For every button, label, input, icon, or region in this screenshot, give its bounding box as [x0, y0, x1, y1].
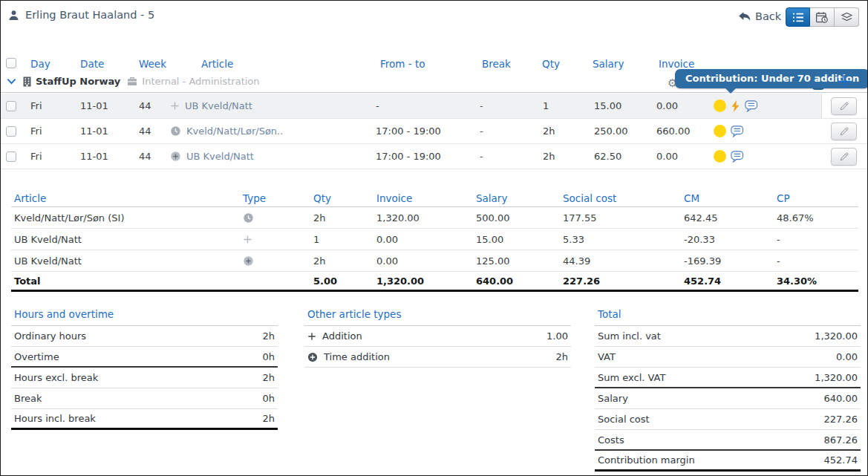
- panel-title: Hours and overtime: [11, 305, 278, 326]
- cell-qty: 2h: [313, 255, 376, 267]
- other-article-types-panel: Other article types Addition 1.00 Time a…: [304, 305, 571, 368]
- row-label: Contribution margin: [598, 454, 695, 466]
- cell-qty: 2h: [543, 119, 594, 143]
- circle-plus-icon: [170, 151, 181, 162]
- cell-from-to: 17:00 - 19:00: [376, 144, 480, 169]
- row-label: Hours incl. break: [14, 413, 96, 424]
- panel-row: Salary 640.00: [595, 388, 861, 409]
- row-label: Salary: [598, 393, 628, 404]
- summary-header-row: Article Type Qty Invoice Salary Social c…: [11, 189, 858, 207]
- col-header-invoice[interactable]: Invoice: [659, 58, 867, 70]
- col-header-article[interactable]: Article: [201, 58, 380, 70]
- panel-row: Costs 867.26: [595, 430, 861, 451]
- panel-row: Addition 1.00: [304, 326, 571, 347]
- cell-article: Kveld/Natt/Lør/Søn (SI): [11, 212, 243, 224]
- col-header-qty[interactable]: Qty: [313, 192, 376, 204]
- edit-button[interactable]: [831, 97, 857, 115]
- panel-row: Ordinary hours 2h: [11, 326, 278, 347]
- col-header-social-cost[interactable]: Social cost: [563, 192, 684, 204]
- cell-day: Fri: [30, 119, 80, 143]
- cell-cp: -: [777, 255, 858, 267]
- calendar-view-button[interactable]: [810, 7, 835, 27]
- col-header-salary[interactable]: Salary: [593, 58, 659, 70]
- row-label: Social cost: [598, 414, 650, 425]
- panel-row: Time addition 2h: [304, 347, 571, 368]
- cell-break: -: [480, 94, 543, 118]
- col-header-from-to[interactable]: From - to: [380, 58, 482, 70]
- col-header-salary[interactable]: Salary: [476, 192, 563, 204]
- row-value: 452.74: [824, 454, 858, 466]
- user-name: Erling Braut Haaland - 5: [25, 9, 154, 21]
- panel-row: Sum excl. VAT 1,320.00: [595, 368, 861, 388]
- comment-icon[interactable]: [731, 125, 744, 137]
- col-header-type[interactable]: Type: [243, 192, 313, 204]
- comment-icon[interactable]: [745, 100, 758, 112]
- row-value: 2h: [555, 351, 568, 362]
- col-header-day[interactable]: Day: [30, 58, 80, 70]
- list-view-button[interactable]: [786, 7, 810, 27]
- building-icon: [23, 76, 31, 87]
- cell-invoice: 1,320.00: [376, 212, 476, 224]
- row-label: Overtime: [14, 351, 59, 362]
- comment-icon[interactable]: [731, 151, 744, 163]
- summary-row: UB Kveld/Natt 1 0.00 15.00 5.33 -20.33 -: [11, 229, 858, 250]
- table-row[interactable]: Fri 11-01 44 UB Kveld/Natt 17:00 - 19:00…: [1, 144, 867, 169]
- cell-article: UB Kveld/Natt: [11, 234, 243, 245]
- col-header-date[interactable]: Date: [80, 58, 139, 70]
- row-checkbox[interactable]: [6, 101, 16, 111]
- total-invoice: 1,320.00: [376, 276, 476, 287]
- panel-row: Sum incl. vat 1,320.00: [595, 326, 861, 347]
- group-company-name: StaffUp Norway: [36, 76, 120, 87]
- col-header-break[interactable]: Break: [482, 58, 542, 70]
- cell-qty: 1: [543, 94, 594, 118]
- row-value: 2h: [262, 330, 275, 342]
- cell-invoice: 0.00: [656, 94, 711, 118]
- select-all-checkbox[interactable]: [6, 58, 16, 68]
- col-header-cm[interactable]: CM: [684, 192, 777, 204]
- back-button[interactable]: Back: [738, 10, 781, 22]
- edit-button[interactable]: [831, 148, 857, 166]
- row-checkbox[interactable]: [6, 126, 16, 137]
- cell-social-cost: 44.39: [563, 255, 684, 267]
- panel-row: Social cost 227.26: [595, 409, 861, 430]
- col-header-invoice[interactable]: Invoice: [376, 192, 476, 204]
- total-label: Total: [11, 276, 243, 287]
- calendar-view-icon: [815, 11, 829, 24]
- panel-title: Other article types: [304, 305, 571, 326]
- row-checkbox[interactable]: [6, 151, 16, 162]
- edit-button[interactable]: [831, 123, 857, 140]
- col-header-article[interactable]: Article: [11, 192, 243, 204]
- cell-cm: -169.39: [684, 255, 777, 267]
- person-icon: [8, 10, 19, 21]
- add-row-button[interactable]: +: [836, 69, 853, 93]
- cell-from-to: 17:00 - 19:00: [376, 119, 480, 143]
- view-toggle-group: [786, 7, 859, 27]
- summary-total-row: Total 5.00 1,320.00 640.00 227.26 452.74…: [11, 272, 858, 292]
- panel-row: Break 0h: [11, 388, 278, 409]
- plus-icon: [307, 332, 316, 341]
- row-value: 1,320.00: [815, 372, 858, 383]
- plus-icon: [170, 101, 180, 111]
- table-row[interactable]: Fri 11-01 44 UB Kveld/Natt - - 1 15.00 0…: [1, 94, 867, 119]
- timesheet-page: Erling Braut Haaland - 5 Back: [0, 0, 868, 476]
- row-label: Ordinary hours: [14, 330, 86, 342]
- total-qty: 5.00: [313, 276, 376, 287]
- col-header-cp[interactable]: CP: [777, 192, 858, 204]
- chevron-down-icon[interactable]: [7, 78, 16, 85]
- circle-plus-filled-icon: [307, 352, 318, 362]
- panel-row: Overtime 0h: [11, 347, 278, 368]
- col-header-week[interactable]: Week: [139, 58, 201, 70]
- layers-view-button[interactable]: [835, 7, 859, 27]
- row-value: 0h: [262, 393, 275, 404]
- table-row[interactable]: Fri 11-01 44 Kveld/Natt/Lør/Søn.. 17:00 …: [1, 119, 867, 144]
- cell-social-cost: 5.33: [563, 234, 684, 245]
- row-label: VAT: [598, 351, 616, 362]
- row-value: 867.26: [824, 434, 858, 446]
- row-label: Addition: [322, 330, 362, 342]
- cell-break: -: [480, 119, 543, 143]
- clock-icon: [170, 125, 181, 137]
- col-header-qty[interactable]: Qty: [542, 58, 593, 70]
- yellow-status-dot: [714, 150, 726, 163]
- panel-row: VAT 0.00: [595, 347, 861, 368]
- cell-date: 11-01: [80, 119, 139, 143]
